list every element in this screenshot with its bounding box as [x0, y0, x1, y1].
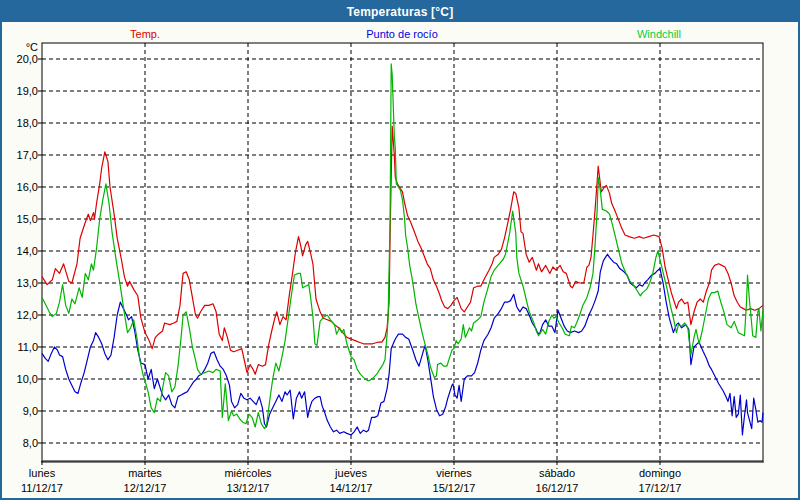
y-tick-label: 8,0 — [23, 437, 38, 449]
day-date-label: 12/12/17 — [124, 482, 167, 494]
y-tick-label: 11,0 — [17, 341, 38, 353]
y-tick-label: 17,0 — [17, 149, 38, 161]
y-tick-label: 10,0 — [17, 373, 38, 385]
y-tick-label: 15,0 — [17, 213, 38, 225]
day-date-label: 17/12/17 — [639, 482, 682, 494]
app-window: Temperaturas [°C] Temp. Punto de rocío W… — [0, 0, 800, 500]
y-tick-label: 14,0 — [17, 245, 38, 257]
y-tick-label: 13,0 — [17, 277, 38, 289]
day-date-label: 14/12/17 — [330, 482, 373, 494]
day-name-label: domingo — [639, 467, 681, 479]
day-date-label: 15/12/17 — [433, 482, 476, 494]
day-name-label: lunes — [29, 467, 56, 479]
y-tick-label: 20,0 — [17, 53, 38, 65]
day-date-label: 11/12/17 — [21, 482, 63, 494]
day-name-label: sábado — [539, 467, 575, 479]
temperature-chart: °C20,019,018,017,016,015,014,013,012,011… — [2, 2, 800, 500]
day-name-label: miércoles — [224, 467, 272, 479]
day-name-label: martes — [128, 467, 162, 479]
y-tick-label: 18,0 — [17, 117, 38, 129]
y-tick-label: 16,0 — [17, 181, 38, 193]
day-date-label: 16/12/17 — [536, 482, 579, 494]
y-tick-label: 12,0 — [17, 309, 38, 321]
y-tick-label: 9,0 — [23, 405, 38, 417]
day-name-label: viernes — [436, 467, 472, 479]
day-date-label: 13/12/17 — [227, 482, 270, 494]
y-axis-unit-label: °C — [26, 41, 38, 53]
y-tick-label: 19,0 — [17, 85, 38, 97]
day-name-label: jueves — [334, 467, 367, 479]
plot-area — [42, 43, 763, 461]
